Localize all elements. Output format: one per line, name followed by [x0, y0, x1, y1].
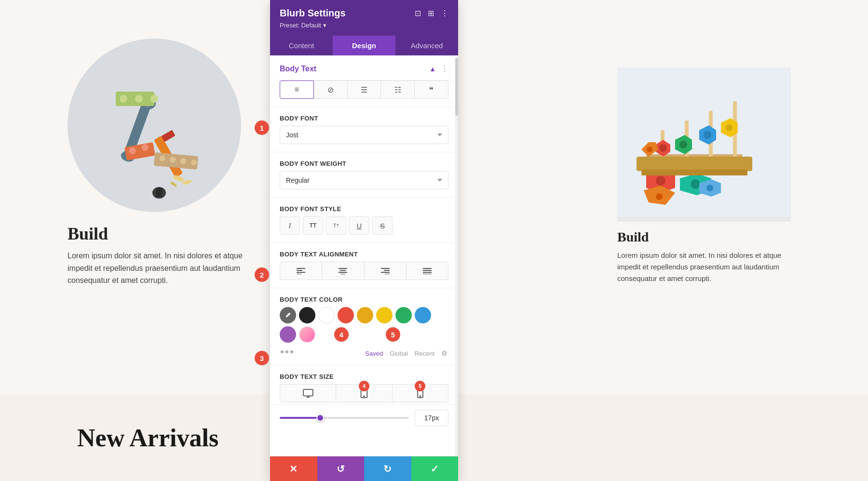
color-pink-gradient[interactable]: [299, 326, 315, 343]
step-badge-4: 4: [334, 327, 349, 342]
left-card: Build Lorem ipsum dolor sit amet. In nis…: [68, 39, 270, 287]
save-icon: ✓: [431, 463, 439, 475]
font-style-row: I TT TT U S: [280, 216, 448, 235]
panel-preset[interactable]: Preset: Default ▾: [280, 22, 448, 29]
section-title: Body Text: [280, 65, 316, 73]
style-btn-list[interactable]: ☰: [348, 80, 381, 99]
size-slider[interactable]: [280, 417, 409, 419]
svg-point-35: [679, 141, 687, 148]
undo-button[interactable]: ↺: [317, 456, 365, 481]
svg-marker-23: [156, 187, 162, 197]
body-text-color-label: Body Text Color: [280, 296, 448, 303]
step-badge-1: 1: [255, 120, 269, 135]
tab-advanced[interactable]: Advanced: [395, 36, 458, 55]
eyedropper-btn[interactable]: [280, 307, 296, 323]
style-btn-ordered[interactable]: ☷: [381, 80, 415, 99]
device-desktop-btn[interactable]: [280, 384, 336, 402]
scroll-thumb[interactable]: [455, 58, 458, 116]
step-badge-2: 2: [255, 267, 269, 282]
tab-content[interactable]: Content: [270, 36, 333, 55]
svg-point-37: [704, 131, 711, 139]
collapse-icon[interactable]: ▲: [429, 65, 436, 73]
step-badge-5: 5: [386, 327, 400, 342]
font-style-underline[interactable]: U: [349, 216, 369, 235]
color-tab-global[interactable]: Global: [390, 350, 408, 357]
right-card-title: Build: [617, 229, 791, 245]
color-row: [280, 307, 448, 343]
svg-point-33: [647, 147, 652, 152]
section-header: Body Text ▲ ⋮: [270, 55, 458, 80]
size-input[interactable]: [415, 410, 448, 426]
background: Build Lorem ipsum dolor sit amet. In nis…: [0, 0, 868, 481]
color-red[interactable]: [338, 307, 354, 323]
font-style-smallcaps[interactable]: TT: [326, 216, 346, 235]
settings-panel: Blurb Settings ⊡ ⊞ ⋮ Preset: Default ▾ C…: [270, 0, 458, 481]
color-green[interactable]: [395, 307, 412, 323]
capture-icon[interactable]: ⊡: [415, 9, 421, 18]
svg-rect-66: [303, 389, 313, 396]
panel-body: Body Text ▲ ⋮ ≡ ⊘ ☰ ☷ ❝ Body Font Jost A…: [270, 55, 458, 456]
color-tab-recent[interactable]: Recent: [415, 350, 434, 357]
size-device-row: 4 5: [280, 384, 448, 402]
body-font-weight-select[interactable]: Regular Bold Light: [280, 171, 448, 189]
svg-point-8: [120, 95, 127, 103]
color-black[interactable]: [299, 307, 315, 323]
align-left-btn[interactable]: [280, 262, 322, 280]
color-white[interactable]: [318, 307, 335, 323]
body-font-select[interactable]: Jost Arial Georgia: [280, 126, 448, 144]
color-purple[interactable]: [280, 326, 296, 343]
slider-row: [270, 405, 458, 434]
panel-header: Blurb Settings ⊡ ⊞ ⋮ Preset: Default ▾: [270, 0, 458, 36]
body-font-group: Body Font Jost Arial Georgia: [270, 107, 458, 152]
bottom-banner-title: New Arrivals: [77, 424, 218, 452]
more-vert-icon[interactable]: ⋮: [441, 9, 448, 18]
device-mobile-btn[interactable]: 5: [393, 384, 448, 402]
font-style-caps[interactable]: TT: [303, 216, 323, 235]
style-btn-quote[interactable]: ❝: [415, 80, 448, 99]
color-orange[interactable]: [357, 307, 373, 323]
right-card-image: [617, 67, 791, 222]
right-card-body: Lorem ipsum dolor sit amet. In nisi dolo…: [617, 250, 791, 284]
panel-header-icons: ⊡ ⊞ ⋮: [415, 9, 448, 18]
style-btn-text[interactable]: ≡: [280, 80, 314, 99]
body-text-size-label: Body Text Size: [280, 373, 448, 380]
redo-icon: ↻: [383, 463, 392, 475]
body-text-size-group: Body Text Size 4 5: [270, 365, 458, 405]
color-tab-saved[interactable]: Saved: [365, 350, 383, 357]
body-text-alignment-label: Body Text Alignment: [280, 251, 448, 258]
alignment-row: [280, 262, 448, 280]
panel-title: Blurb Settings: [280, 8, 346, 19]
cancel-button[interactable]: ✕: [270, 456, 317, 481]
color-settings-icon[interactable]: ⚙: [441, 349, 448, 357]
color-yellow[interactable]: [376, 307, 393, 323]
body-font-weight-label: Body Font Weight: [280, 160, 448, 167]
color-blue[interactable]: [415, 307, 431, 323]
svg-point-70: [364, 396, 365, 397]
section-controls: ▲ ⋮: [429, 64, 448, 73]
section-more-icon[interactable]: ⋮: [441, 64, 448, 73]
svg-point-10: [150, 95, 158, 103]
body-font-weight-group: Body Font Weight Regular Bold Light: [270, 152, 458, 198]
tab-design[interactable]: Design: [333, 36, 395, 55]
svg-point-72: [420, 396, 420, 397]
style-btn-none[interactable]: ⊘: [314, 80, 348, 99]
color-more-dots[interactable]: [281, 349, 293, 354]
svg-point-47: [706, 185, 713, 191]
grid-icon[interactable]: ⊞: [428, 9, 434, 18]
align-right-btn[interactable]: [365, 262, 407, 280]
svg-rect-48: [637, 157, 752, 171]
font-style-italic[interactable]: I: [280, 216, 300, 235]
save-button[interactable]: ✓: [411, 456, 459, 481]
left-card-title: Build: [68, 224, 270, 244]
cancel-icon: ✕: [289, 463, 298, 475]
device-tablet-btn[interactable]: 4: [336, 384, 392, 402]
align-justify-btn[interactable]: [407, 262, 448, 280]
undo-icon: ↺: [337, 463, 345, 475]
redo-button[interactable]: ↻: [364, 456, 411, 481]
align-center-btn[interactable]: [322, 262, 364, 280]
svg-rect-49: [641, 170, 747, 175]
badge-5: 5: [415, 381, 425, 391]
style-selector: ≡ ⊘ ☰ ☷ ❝: [270, 80, 458, 107]
badge-4: 4: [359, 381, 369, 391]
font-style-strikethrough[interactable]: S: [372, 216, 393, 235]
